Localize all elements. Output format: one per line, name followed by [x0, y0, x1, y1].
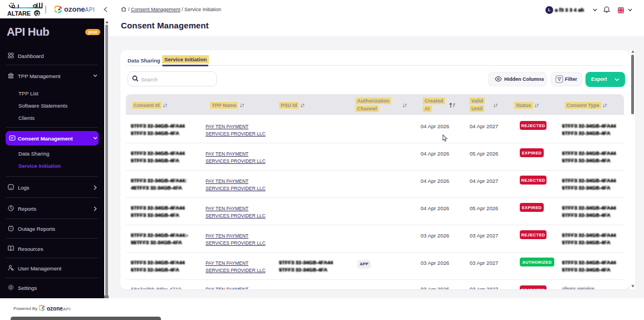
svg-text:ALTARE: ALTARE	[7, 10, 31, 17]
